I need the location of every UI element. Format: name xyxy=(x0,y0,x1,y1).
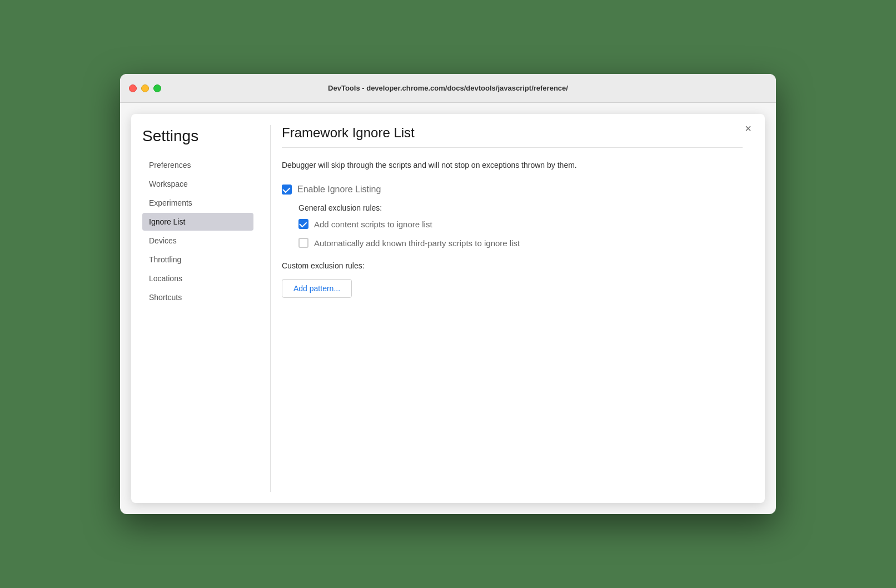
add-content-scripts-row: Add content scripts to ignore list xyxy=(298,219,743,229)
add-content-scripts-checkbox[interactable] xyxy=(298,219,308,229)
settings-modal: × Settings Preferences Workspace Experim… xyxy=(131,114,765,503)
close-traffic-light[interactable] xyxy=(129,84,137,92)
sidebar-item-locations-label: Locations xyxy=(149,274,182,283)
settings-title: Settings xyxy=(142,125,253,145)
settings-modal-overlay: × Settings Preferences Workspace Experim… xyxy=(131,114,765,503)
sidebar-nav: Preferences Workspace Experiments Ignore… xyxy=(142,156,253,306)
section-divider xyxy=(282,147,743,148)
section-title: Framework Ignore List xyxy=(282,125,743,141)
custom-exclusion-section: Custom exclusion rules: Add pattern... xyxy=(282,261,743,298)
traffic-lights xyxy=(129,84,161,92)
sidebar-item-workspace-label: Workspace xyxy=(149,180,188,188)
enable-ignore-listing-checkbox[interactable] xyxy=(282,185,292,195)
sidebar-item-ignore-list[interactable]: Ignore List xyxy=(142,213,253,231)
sidebar-item-experiments-label: Experiments xyxy=(149,198,192,207)
custom-exclusion-title: Custom exclusion rules: xyxy=(282,261,743,270)
sidebar-item-shortcuts-label: Shortcuts xyxy=(149,293,182,302)
minimize-traffic-light[interactable] xyxy=(141,84,149,92)
browser-title: DevTools - developer.chrome.com/docs/dev… xyxy=(328,84,568,92)
browser-window: DevTools - developer.chrome.com/docs/dev… xyxy=(120,74,776,514)
modal-close-button[interactable]: × xyxy=(740,121,756,136)
sidebar-item-devices-label: Devices xyxy=(149,236,177,245)
enable-ignore-listing-label[interactable]: Enable Ignore Listing xyxy=(297,185,381,195)
sidebar-item-throttling[interactable]: Throttling xyxy=(142,251,253,268)
sidebar-item-preferences[interactable]: Preferences xyxy=(142,156,253,174)
sidebar-item-experiments[interactable]: Experiments xyxy=(142,194,253,212)
maximize-traffic-light[interactable] xyxy=(153,84,161,92)
sidebar-item-locations[interactable]: Locations xyxy=(142,270,253,287)
enable-ignore-listing-row: Enable Ignore Listing xyxy=(282,185,743,195)
settings-sidebar: Settings Preferences Workspace Experimen… xyxy=(142,125,265,492)
add-content-scripts-label[interactable]: Add content scripts to ignore list xyxy=(314,220,432,229)
sidebar-item-workspace[interactable]: Workspace xyxy=(142,175,253,193)
add-pattern-button[interactable]: Add pattern... xyxy=(282,279,352,298)
exclusion-section: General exclusion rules: Add content scr… xyxy=(298,203,743,248)
auto-add-third-party-checkbox[interactable] xyxy=(298,238,308,248)
sidebar-item-throttling-label: Throttling xyxy=(149,255,181,264)
browser-content: × Settings Preferences Workspace Experim… xyxy=(120,114,776,503)
auto-add-third-party-label[interactable]: Automatically add known third-party scri… xyxy=(314,238,520,248)
sidebar-item-devices[interactable]: Devices xyxy=(142,232,253,250)
general-exclusion-title: General exclusion rules: xyxy=(298,203,743,212)
section-description: Debugger will skip through the scripts a… xyxy=(282,159,726,171)
title-bar: DevTools - developer.chrome.com/docs/dev… xyxy=(120,74,776,103)
main-content: Framework Ignore List Debugger will skip… xyxy=(270,125,754,492)
sidebar-item-preferences-label: Preferences xyxy=(149,161,191,170)
sidebar-item-ignore-list-label: Ignore List xyxy=(149,217,185,226)
sidebar-item-shortcuts[interactable]: Shortcuts xyxy=(142,288,253,306)
auto-add-third-party-row: Automatically add known third-party scri… xyxy=(298,238,743,248)
